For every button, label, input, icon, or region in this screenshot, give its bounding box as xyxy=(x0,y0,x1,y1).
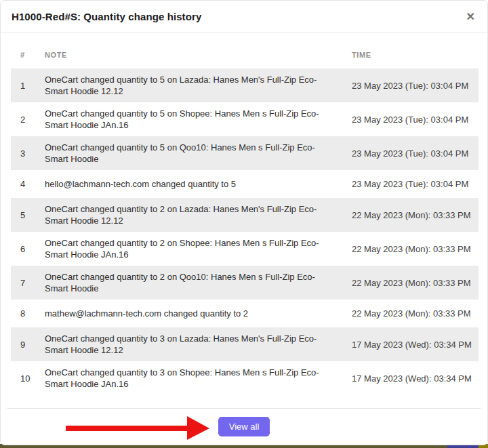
row-time: 23 May 2023 (Tue): 03:04 PM xyxy=(352,136,479,170)
table-row: 7 OneCart changed quantity to 2 on Qoo10… xyxy=(11,266,479,300)
row-time: 22 May 2023 (Mon): 03:33 PM xyxy=(352,300,479,327)
row-note-cell: OneCart changed quantity to 3 on Lazada:… xyxy=(45,327,352,361)
row-index: 10 xyxy=(11,361,45,395)
row-note: OneCart changed quantity to 5 on Shopee:… xyxy=(45,108,325,131)
table-row: 5 OneCart changed quantity to 2 on Lazad… xyxy=(11,198,479,232)
close-icon[interactable]: ✕ xyxy=(465,9,476,25)
row-time: 22 May 2023 (Mon): 03:33 PM xyxy=(352,232,479,266)
table-row: 2 OneCart changed quantity to 5 on Shope… xyxy=(11,102,479,136)
table-row: 4 hello@lachmann-tech.com changed quanti… xyxy=(11,170,479,198)
table-row: 9 OneCart changed quantity to 3 on Lazad… xyxy=(11,327,479,361)
row-time: 22 May 2023 (Mon): 03:33 PM xyxy=(352,266,479,300)
row-note: OneCart changed quantity to 2 on Shopee:… xyxy=(45,237,325,260)
row-note: OneCart changed quantity to 5 on Lazada:… xyxy=(45,74,325,97)
quantity-history-table: # NOTE TIME 1 OneCart changed quantity t… xyxy=(11,41,479,395)
column-header-note: NOTE xyxy=(45,41,352,68)
row-time: 23 May 2023 (Tue): 03:04 PM xyxy=(352,170,479,198)
modal-header: H1000-Red#S: Quantity change history ✕ xyxy=(1,1,487,33)
table-header-row: # NOTE TIME xyxy=(11,41,479,68)
modal-title: H1000-Red#S: Quantity change history xyxy=(12,11,201,22)
row-time: 17 May 2023 (Wed): 03:34 PM xyxy=(352,327,479,361)
row-index: 6 xyxy=(11,232,45,266)
modal-body: # NOTE TIME 1 OneCart changed quantity t… xyxy=(1,33,487,408)
row-note-cell: OneCart changed quantity to 2 on Lazada:… xyxy=(45,198,352,232)
row-note-cell: OneCart changed quantity to 5 on Lazada:… xyxy=(45,68,352,102)
row-note-cell: OneCart changed quantity to 2 on Shopee:… xyxy=(45,232,352,266)
row-time: 23 May 2023 (Tue): 03:04 PM xyxy=(352,68,479,102)
row-note: OneCart changed quantity to 3 on Lazada:… xyxy=(45,333,325,356)
row-note: OneCart changed quantity to 3 on Shopee:… xyxy=(45,367,325,390)
row-note: mathew@lachmann-tech.com changed quantit… xyxy=(45,305,325,322)
row-index: 8 xyxy=(11,300,45,327)
table-row: 8 mathew@lachmann-tech.com changed quant… xyxy=(11,300,479,327)
row-note-cell: mathew@lachmann-tech.com changed quantit… xyxy=(45,300,352,327)
row-time: 22 May 2023 (Mon): 03:33 PM xyxy=(352,198,479,232)
modal-footer: View all xyxy=(7,408,481,445)
table-row: 6 OneCart changed quantity to 2 on Shope… xyxy=(11,232,479,266)
table-body: 1 OneCart changed quantity to 5 on Lazad… xyxy=(11,68,479,395)
row-time: 23 May 2023 (Tue): 03:04 PM xyxy=(352,102,479,136)
row-note-cell: OneCart changed quantity to 5 on Shopee:… xyxy=(45,102,352,136)
row-index: 9 xyxy=(11,327,45,361)
row-note: OneCart changed quantity to 5 on Qoo10: … xyxy=(45,142,325,165)
row-note-cell: hello@lachmann-tech.com changed quantity… xyxy=(45,170,352,198)
row-note-cell: OneCart changed quantity to 3 on Shopee:… xyxy=(45,361,352,395)
row-index: 5 xyxy=(11,198,45,232)
row-note: OneCart changed quantity to 2 on Qoo10: … xyxy=(45,271,325,294)
row-index: 3 xyxy=(11,136,45,170)
row-index: 2 xyxy=(11,102,45,136)
row-note: OneCart changed quantity to 2 on Lazada:… xyxy=(45,203,325,226)
row-index: 1 xyxy=(11,68,45,102)
row-note: hello@lachmann-tech.com changed quantity… xyxy=(45,176,325,192)
table-row: 3 OneCart changed quantity to 5 on Qoo10… xyxy=(11,136,479,170)
table-row: 1 OneCart changed quantity to 5 on Lazad… xyxy=(11,68,479,102)
column-header-index: # xyxy=(11,41,45,68)
table-row: 10 OneCart changed quantity to 3 on Shop… xyxy=(11,361,479,395)
row-note-cell: OneCart changed quantity to 2 on Qoo10: … xyxy=(45,266,352,300)
view-all-button[interactable]: View all xyxy=(218,417,270,436)
row-time: 17 May 2023 (Wed): 03:34 PM xyxy=(352,361,479,395)
row-index: 4 xyxy=(11,170,45,198)
column-header-time: TIME xyxy=(352,41,479,68)
row-index: 7 xyxy=(11,266,45,300)
quantity-history-modal: H1000-Red#S: Quantity change history ✕ #… xyxy=(0,0,488,445)
row-note-cell: OneCart changed quantity to 5 on Qoo10: … xyxy=(45,136,352,170)
